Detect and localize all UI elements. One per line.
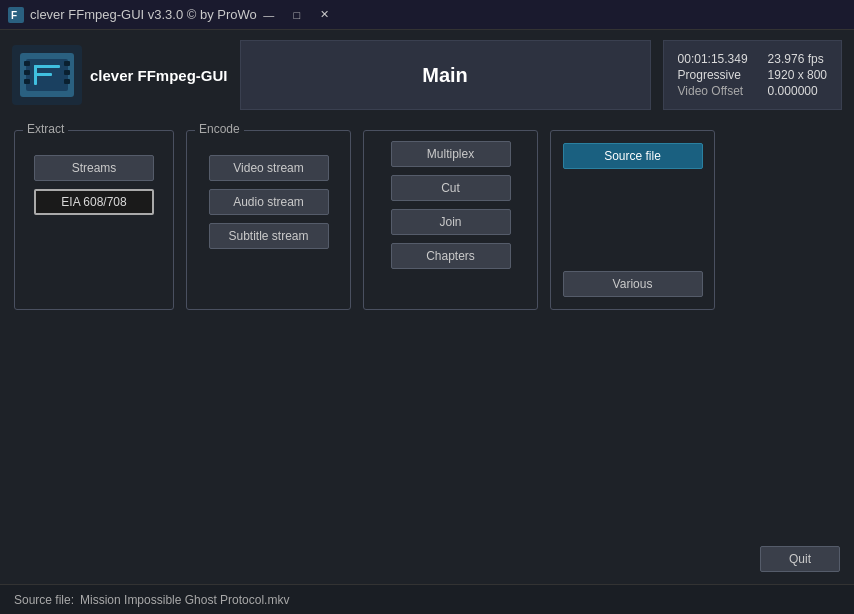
extract-group: Extract Streams EIA 608/708	[14, 130, 174, 310]
eia-button[interactable]: EIA 608/708	[34, 189, 154, 215]
app-name: clever FFmpeg-GUI	[90, 67, 228, 84]
encode-group: Encode Video stream Audio stream Subtitl…	[186, 130, 351, 310]
svg-rect-11	[34, 65, 60, 68]
svg-rect-6	[24, 70, 30, 75]
chapters-button[interactable]: Chapters	[391, 243, 511, 269]
main-tab-label: Main	[422, 64, 468, 87]
svg-rect-5	[24, 61, 30, 66]
subtitle-stream-button[interactable]: Subtitle stream	[209, 223, 329, 249]
video-offset-label: Video Offset	[678, 84, 748, 98]
source-group: Source file Various	[550, 130, 715, 310]
tools-group: Multiplex Cut Join Chapters	[363, 130, 538, 310]
logo-svg	[12, 45, 82, 105]
minimize-button[interactable]: —	[257, 5, 281, 25]
extract-label: Extract	[23, 122, 68, 136]
svg-rect-9	[64, 70, 70, 75]
svg-rect-7	[24, 79, 30, 84]
quit-button[interactable]: Quit	[760, 546, 840, 572]
header: clever FFmpeg-GUI Main 00:01:15.349 23.9…	[0, 30, 854, 120]
maximize-button[interactable]: □	[285, 5, 309, 25]
source-file-prefix: Source file:	[14, 593, 74, 607]
app-icon: F	[8, 7, 24, 23]
statusbar: Source file: Mission Impossible Ghost Pr…	[0, 584, 854, 614]
scan-type: Progressive	[678, 68, 748, 82]
audio-stream-button[interactable]: Audio stream	[209, 189, 329, 215]
multiplex-button[interactable]: Multiplex	[391, 141, 511, 167]
svg-rect-8	[64, 61, 70, 66]
source-file-button[interactable]: Source file	[563, 143, 703, 169]
video-offset-value: 0.000000	[768, 84, 827, 98]
info-panel: 00:01:15.349 23.976 fps Progressive 1920…	[663, 40, 842, 110]
source-file-name: Mission Impossible Ghost Protocol.mkv	[80, 593, 289, 607]
various-button[interactable]: Various	[563, 271, 703, 297]
streams-button[interactable]: Streams	[34, 155, 154, 181]
join-button[interactable]: Join	[391, 209, 511, 235]
quit-area: Quit	[760, 546, 840, 572]
logo-area: clever FFmpeg-GUI	[12, 40, 228, 110]
video-stream-button[interactable]: Video stream	[209, 155, 329, 181]
resolution: 1920 x 800	[768, 68, 827, 82]
fps: 23.976 fps	[768, 52, 827, 66]
titlebar-controls: — □ ✕	[257, 5, 337, 25]
titlebar: F clever FFmpeg-GUI v3.3.0 © by ProWo — …	[0, 0, 854, 30]
close-button[interactable]: ✕	[313, 5, 337, 25]
timecode: 00:01:15.349	[678, 52, 748, 66]
cut-button[interactable]: Cut	[391, 175, 511, 201]
main-content: Extract Streams EIA 608/708 Encode Video…	[0, 120, 854, 320]
encode-label: Encode	[195, 122, 244, 136]
svg-text:F: F	[11, 10, 17, 21]
main-tab[interactable]: Main	[240, 40, 651, 110]
svg-rect-10	[64, 79, 70, 84]
titlebar-title: clever FFmpeg-GUI v3.3.0 © by ProWo	[30, 7, 257, 22]
svg-rect-13	[34, 73, 52, 76]
